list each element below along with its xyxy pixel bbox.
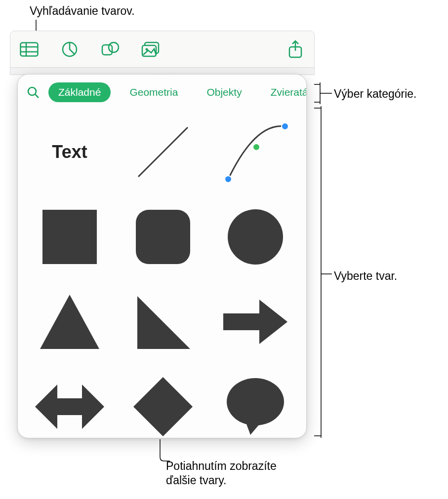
- svg-line-13: [138, 127, 188, 177]
- category-basic[interactable]: Základné: [48, 82, 111, 102]
- toolbar-media-button[interactable]: [139, 38, 163, 61]
- app-window: [10, 31, 315, 75]
- svg-point-11: [28, 87, 36, 95]
- svg-rect-5: [102, 45, 112, 55]
- svg-point-15: [253, 144, 260, 151]
- callout-drag-more: Potiahnutím zobrazíte ďalšie tvary.: [166, 459, 277, 488]
- search-icon[interactable]: [27, 86, 40, 99]
- shapes-popover: Základné Geometria Objekty Zvieratá Text: [17, 74, 307, 438]
- shape-arrow-right[interactable]: [219, 282, 291, 362]
- shape-arrow-bidirectional[interactable]: [33, 367, 107, 438]
- svg-marker-24: [133, 377, 193, 436]
- toolbar-shape-button[interactable]: [98, 38, 122, 61]
- svg-marker-26: [245, 422, 262, 435]
- svg-point-19: [228, 209, 283, 265]
- toolbar: [10, 31, 314, 68]
- shape-circle[interactable]: [219, 197, 291, 277]
- svg-marker-21: [137, 296, 190, 349]
- svg-rect-17: [42, 210, 97, 264]
- toolbar-chart-button[interactable]: [58, 38, 81, 61]
- toolbar-share-button[interactable]: [284, 38, 307, 61]
- svg-marker-23: [35, 384, 104, 429]
- svg-point-14: [225, 176, 232, 183]
- svg-point-16: [282, 123, 288, 130]
- shape-line[interactable]: [126, 112, 199, 192]
- svg-marker-20: [40, 295, 99, 349]
- shapes-grid[interactable]: Text: [18, 107, 306, 438]
- callout-select-shape: Vyberte tvar.: [334, 269, 397, 283]
- category-geometry[interactable]: Geometria: [120, 82, 188, 102]
- svg-rect-18: [136, 210, 190, 264]
- shape-diamond[interactable]: [126, 367, 199, 438]
- shape-right-triangle[interactable]: [126, 282, 199, 362]
- svg-point-6: [109, 42, 119, 52]
- category-objects[interactable]: Objekty: [197, 82, 251, 102]
- shape-square[interactable]: [33, 197, 107, 277]
- svg-line-12: [35, 94, 39, 98]
- callout-select-shape-leader: [314, 106, 332, 440]
- callout-drag-more-leader: [158, 439, 173, 464]
- category-animals[interactable]: Zvieratá: [261, 82, 307, 102]
- shape-triangle[interactable]: [33, 282, 107, 362]
- category-bar: Základné Geometria Objekty Zvieratá: [18, 75, 306, 107]
- shape-rounded-square[interactable]: [126, 197, 199, 277]
- svg-marker-22: [223, 300, 287, 344]
- svg-rect-0: [21, 42, 38, 56]
- shape-text[interactable]: Text: [33, 112, 107, 192]
- shape-text-label: Text: [52, 142, 87, 162]
- document-area: [10, 68, 314, 75]
- callout-category-leader: [314, 82, 332, 105]
- toolbar-table-button[interactable]: [17, 38, 41, 61]
- shape-curve[interactable]: [219, 112, 291, 192]
- callout-search: Vyhľadávanie tvarov.: [30, 4, 135, 18]
- svg-point-25: [227, 378, 284, 425]
- shape-speech-bubble[interactable]: [219, 367, 291, 438]
- callout-category: Výber kategórie.: [334, 87, 416, 101]
